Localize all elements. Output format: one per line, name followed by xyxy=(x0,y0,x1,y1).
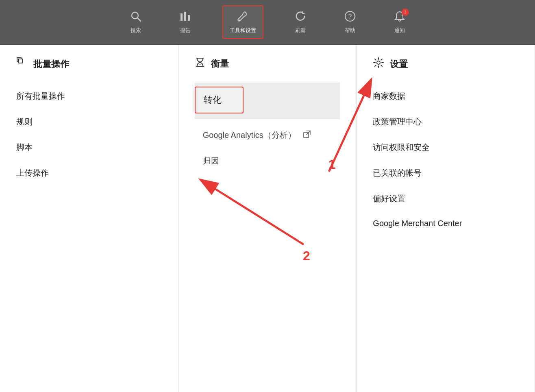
help-icon: ? xyxy=(344,10,356,24)
menu-google-merchant-center[interactable]: Google Merchant Center xyxy=(373,211,518,235)
bulk-operations-column: 批量操作 所有批量操作 规则 脚本 上传操作 xyxy=(0,45,178,392)
svg-point-5 xyxy=(239,20,240,21)
menu-access-security[interactable]: 访问权限和安全 xyxy=(373,135,518,160)
external-link-icon xyxy=(303,131,311,140)
menu-preferences[interactable]: 偏好设置 xyxy=(373,186,518,211)
menu-scripts[interactable]: 脚本 xyxy=(16,135,162,160)
settings-title: 设置 xyxy=(390,58,408,70)
settings-column: 设置 商家数据 政策管理中心 访问权限和安全 已关联的帐号 偏好设置 Googl… xyxy=(357,45,535,392)
menu-merchant-data[interactable]: 商家数据 xyxy=(373,83,518,109)
bulk-operations-icon xyxy=(16,57,28,71)
reports-icon xyxy=(179,10,191,24)
svg-rect-9 xyxy=(18,59,22,63)
menu-attribution[interactable]: 归因 xyxy=(195,148,340,174)
menu-conversion[interactable]: 转化 xyxy=(195,87,244,113)
svg-text:?: ? xyxy=(348,13,352,20)
notification-badge: ! xyxy=(402,9,409,16)
attribution-label: 归因 xyxy=(203,155,219,166)
search-icon xyxy=(130,10,142,24)
refresh-icon xyxy=(294,10,307,24)
measure-title: 衡量 xyxy=(211,58,229,70)
top-navigation: 搜索 报告 工具和设置 刷新 xyxy=(0,0,535,45)
svg-rect-3 xyxy=(184,12,186,21)
measure-column: 衡量 转化 Google Analytics（分析） 归因 xyxy=(178,45,357,392)
nav-notify[interactable]: ! 通知 xyxy=(387,6,412,38)
settings-header: 设置 xyxy=(373,57,518,71)
hourglass-icon xyxy=(195,57,205,70)
svg-point-15 xyxy=(377,61,380,64)
menu-all-bulk[interactable]: 所有批量操作 xyxy=(16,83,162,109)
nav-refresh[interactable]: 刷新 xyxy=(288,6,313,38)
svg-line-1 xyxy=(137,18,141,21)
bulk-operations-title: 批量操作 xyxy=(33,58,69,70)
nav-refresh-label: 刷新 xyxy=(295,27,306,34)
nav-help-label: 帮助 xyxy=(345,27,355,34)
nav-reports[interactable]: 报告 xyxy=(173,6,198,38)
menu-uploads[interactable]: 上传操作 xyxy=(16,160,162,186)
nav-search[interactable]: 搜索 xyxy=(123,6,148,38)
bulk-operations-header: 批量操作 xyxy=(16,57,162,71)
nav-tools[interactable]: 工具和设置 xyxy=(222,5,263,39)
menu-policy-center[interactable]: 政策管理中心 xyxy=(373,109,518,135)
menu-google-analytics[interactable]: Google Analytics（分析） xyxy=(195,122,340,148)
nav-reports-label: 报告 xyxy=(180,27,191,34)
main-content: 批量操作 所有批量操作 规则 脚本 上传操作 衡量 转化 Google Anal… xyxy=(0,45,535,392)
measure-header: 衡量 xyxy=(195,57,340,70)
google-analytics-label: Google Analytics（分析） xyxy=(203,130,296,141)
tools-icon xyxy=(237,10,249,24)
svg-rect-4 xyxy=(188,15,190,21)
menu-rules[interactable]: 规则 xyxy=(16,109,162,135)
svg-rect-2 xyxy=(181,13,183,21)
nav-search-label: 搜索 xyxy=(130,27,141,34)
nav-help[interactable]: ? 帮助 xyxy=(337,6,363,38)
settings-icon xyxy=(373,57,384,71)
nav-tools-label: 工具和设置 xyxy=(230,27,256,34)
nav-notify-label: 通知 xyxy=(394,27,405,34)
menu-linked-accounts[interactable]: 已关联的帐号 xyxy=(373,160,518,186)
